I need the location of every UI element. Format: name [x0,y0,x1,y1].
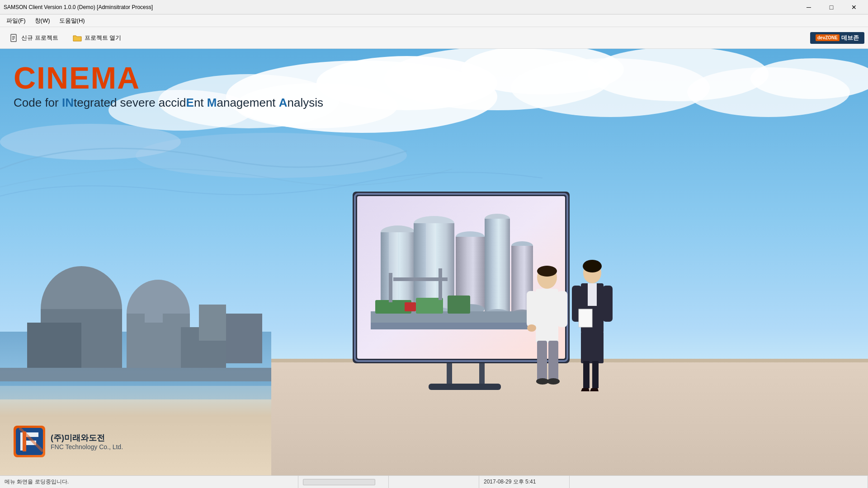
status-extra-section [389,476,479,488]
svg-point-10 [511,58,710,117]
svg-point-69 [527,324,536,332]
svg-rect-62 [389,273,392,302]
svg-rect-47 [456,237,485,309]
svg-rect-78 [572,286,582,322]
svg-point-72 [536,378,549,385]
svg-rect-57 [375,300,411,314]
svg-rect-20 [41,309,122,368]
toolbar-actions: 신규 프로젝트 프로젝트 열기 [4,31,126,45]
svg-rect-30 [271,359,868,475]
svg-point-65 [537,266,557,277]
svg-rect-61 [439,268,442,300]
svg-point-15 [750,58,868,99]
menu-bar: 파일(F) 창(W) 도움말(H) [0,14,868,27]
svg-rect-23 [27,323,81,368]
svg-point-6 [316,56,497,110]
svg-rect-37 [355,194,567,361]
svg-point-51 [485,309,510,318]
new-project-icon [9,33,19,42]
svg-rect-70 [537,341,547,381]
toolbar: 신규 프로젝트 프로젝트 열기 devZONE 데브존 [0,27,868,49]
svg-point-42 [414,216,454,230]
svg-rect-26 [226,314,262,363]
subtitle-nt: nt [194,96,207,109]
svg-point-21 [127,280,190,347]
svg-point-64 [537,266,557,289]
svg-point-44 [414,307,454,320]
svg-rect-22 [127,314,190,368]
svg-rect-4 [0,49,868,475]
svg-point-19 [41,266,122,352]
minimize-button[interactable]: ─ [798,0,819,14]
status-progress-section [298,476,389,488]
progress-bar [303,479,375,485]
fnc-english-name: FNC Technology Co., Ltd. [51,443,123,450]
svg-point-38 [381,225,415,239]
fnc-icon [14,426,45,457]
open-project-button[interactable]: 프로젝트 열기 [67,31,127,45]
subtitle-tegrated: tegrated severe accid [74,96,186,109]
subtitle-m: M [207,96,217,109]
svg-rect-68 [557,291,567,327]
svg-rect-58 [416,298,443,314]
svg-rect-66 [536,289,558,343]
title-bar: SAMSON Client Version 1.0.0 (Demo) [Admi… [0,0,868,14]
svg-point-14 [687,67,850,117]
fnc-korean-name: (주)미래와도전 [51,432,123,443]
app-title: SAMSON Client Version 1.0.0 (Demo) [Admi… [4,4,153,10]
status-loading-text: 메뉴 화면을 로딩중입니다. [0,476,298,488]
svg-rect-76 [581,283,604,333]
svg-point-74 [583,263,601,283]
new-project-button[interactable]: 신규 프로젝트 [4,31,63,45]
cinema-subtitle: Code for INtegrated severe accidEnt Mana… [14,96,323,110]
status-datetime: 2017-08-29 오후 5:41 [479,476,570,488]
devzone-badge[interactable]: devZONE 데브존 [810,32,864,44]
svg-rect-60 [393,277,448,281]
svg-rect-80 [579,309,592,327]
svg-rect-24 [181,327,226,368]
svg-rect-39 [381,232,415,314]
svg-rect-56 [371,323,547,329]
svg-rect-83 [592,361,599,388]
subtitle-in: IN [62,96,74,109]
new-project-label: 신규 프로젝트 [21,34,58,42]
svg-rect-31 [271,359,868,362]
svg-rect-36 [357,196,565,359]
cinema-heading: CINEMA Code for INtegrated severe accidE… [14,62,323,110]
svg-rect-59 [448,296,470,314]
menu-file[interactable]: 파일(F) [2,15,30,27]
svg-rect-50 [485,219,510,314]
svg-rect-32 [447,360,452,387]
svg-rect-77 [588,283,597,306]
svg-point-8 [384,49,610,110]
svg-rect-79 [603,286,613,322]
subtitle-nalysis: nalysis [288,96,323,109]
cinema-title: CINEMA [14,62,323,93]
svg-rect-29 [0,381,280,399]
subtitle-ode: ode for [22,96,62,109]
svg-rect-25 [199,305,226,341]
status-bar: 메뉴 화면을 로딩중입니다. 2017-08-29 오후 5:41 [0,475,868,488]
svg-rect-82 [583,361,590,388]
svg-rect-27 [145,296,163,323]
svg-point-40 [381,307,415,320]
loading-label: 메뉴 화면을 로딩중입니다. [5,478,69,486]
svg-point-16 [0,124,181,160]
svg-rect-28 [0,368,280,381]
menu-help[interactable]: 도움말(H) [55,15,90,27]
close-button[interactable]: ✕ [844,0,864,14]
svg-point-54 [511,310,533,318]
svg-rect-67 [527,291,537,327]
fnc-text-block: (주)미래와도전 FNC Technology Co., Ltd. [51,432,123,450]
subtitle-anagement: anagement [217,96,278,109]
svg-rect-53 [511,246,533,314]
menu-window[interactable]: 창(W) [30,15,55,27]
main-content: CINEMA Code for INtegrated severe accidE… [0,49,868,475]
background-scene [0,49,868,475]
svg-point-49 [485,214,510,224]
svg-point-52 [511,241,533,250]
svg-rect-63 [405,302,416,311]
subtitle-e: E [186,96,194,109]
maximize-button[interactable]: □ [821,0,842,14]
open-project-label: 프로젝트 열기 [85,34,122,42]
